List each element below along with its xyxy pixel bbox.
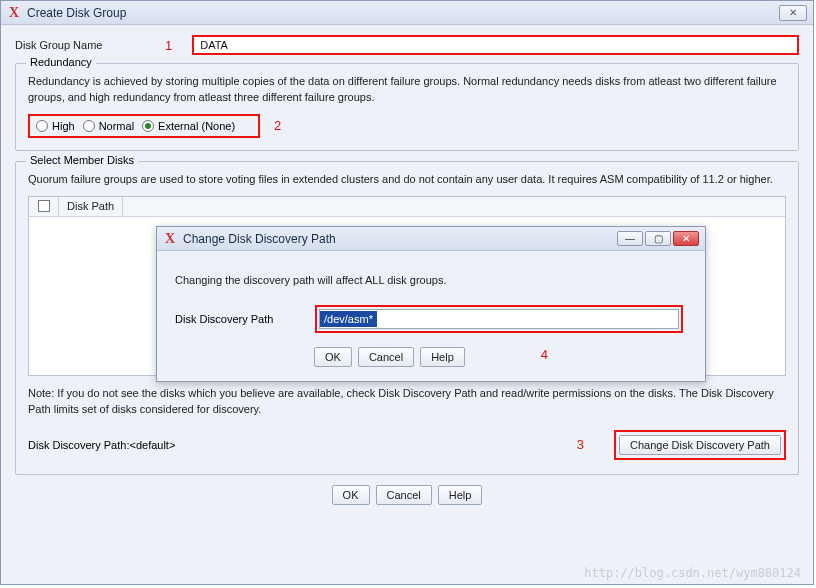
- footer-buttons: OK Cancel Help: [15, 485, 799, 505]
- radio-dot-icon: [36, 120, 48, 132]
- radio-dot-icon: [142, 120, 154, 132]
- redundancy-normal-radio[interactable]: Normal: [83, 120, 134, 132]
- ok-button[interactable]: OK: [332, 485, 370, 505]
- window-title: Create Disk Group: [27, 6, 126, 20]
- redundancy-high-label: High: [52, 120, 75, 132]
- discovery-path-input[interactable]: /dev/asm*: [319, 309, 679, 329]
- modal-help-button[interactable]: Help: [420, 347, 465, 367]
- member-legend: Select Member Disks: [26, 154, 138, 166]
- discovery-path-dialog: X Change Disk Discovery Path — ▢ ✕ Chang…: [156, 226, 706, 382]
- disk-group-name-input[interactable]: [192, 35, 799, 55]
- main-window: X Create Disk Group ✕ Disk Group Name 1 …: [0, 0, 814, 585]
- app-icon: X: [7, 6, 21, 20]
- annotation-4: 4: [541, 347, 548, 367]
- modal-titlebar: X Change Disk Discovery Path — ▢ ✕: [157, 227, 705, 251]
- discovery-path-value: /dev/asm*: [320, 311, 377, 327]
- annotation-3: 3: [577, 437, 584, 452]
- modal-close-button[interactable]: ✕: [673, 231, 699, 246]
- disk-path-header[interactable]: Disk Path: [59, 197, 123, 216]
- app-icon: X: [163, 232, 177, 246]
- modal-title: Change Disk Discovery Path: [183, 232, 336, 246]
- modal-cancel-button[interactable]: Cancel: [358, 347, 414, 367]
- redundancy-legend: Redundancy: [26, 56, 96, 68]
- redundancy-high-radio[interactable]: High: [36, 120, 75, 132]
- redundancy-external-radio[interactable]: External (None): [142, 120, 235, 132]
- redundancy-external-label: External (None): [158, 120, 235, 132]
- help-button[interactable]: Help: [438, 485, 483, 505]
- modal-ok-button[interactable]: OK: [314, 347, 352, 367]
- cancel-button[interactable]: Cancel: [376, 485, 432, 505]
- window-close-button[interactable]: ✕: [779, 5, 807, 21]
- modal-maximize-button[interactable]: ▢: [645, 231, 671, 246]
- member-note: Note: If you do not see the disks which …: [28, 386, 786, 418]
- change-discovery-path-button[interactable]: Change Disk Discovery Path: [619, 435, 781, 455]
- redundancy-description: Redundancy is achieved by storing multip…: [28, 74, 786, 106]
- disk-table-header: Disk Path: [29, 197, 785, 217]
- redundancy-normal-label: Normal: [99, 120, 134, 132]
- annotation-2: 2: [274, 118, 281, 133]
- watermark: http://blog.csdn.net/wym880124: [584, 566, 801, 580]
- titlebar: X Create Disk Group ✕: [1, 1, 813, 25]
- modal-warning: Changing the discovery path will affect …: [175, 273, 687, 289]
- modal-field-label: Disk Discovery Path: [175, 313, 315, 325]
- discovery-path-label: Disk Discovery Path:<default>: [28, 439, 175, 451]
- redundancy-radios: High Normal External (None): [28, 114, 260, 138]
- radio-dot-icon: [83, 120, 95, 132]
- redundancy-group: Redundancy Redundancy is achieved by sto…: [15, 63, 799, 151]
- annotation-1: 1: [165, 38, 172, 53]
- modal-minimize-button[interactable]: —: [617, 231, 643, 246]
- disk-group-name-label: Disk Group Name: [15, 39, 175, 51]
- member-description: Quorum failure groups are used to store …: [28, 172, 786, 188]
- select-all-checkbox[interactable]: [38, 200, 50, 212]
